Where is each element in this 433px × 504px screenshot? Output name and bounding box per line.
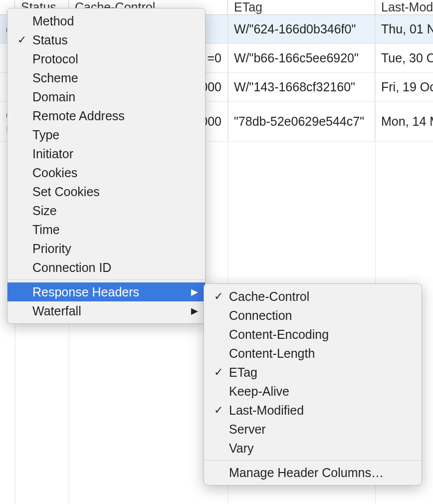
cell-lastmod: Tue, 30 O [375, 44, 433, 72]
cell-etag: "78db-52e0629e544c7" [228, 102, 375, 141]
col-header-etag[interactable]: ETag [228, 0, 375, 15]
cell-etag: W/"624-166d0b346f0" [228, 15, 375, 43]
cell-lastmod: Mon, 14 M [375, 102, 433, 141]
menu-item-type[interactable]: Type [7, 125, 205, 144]
menu-item-label: Size [32, 204, 198, 218]
menu-item-label: Type [32, 128, 198, 142]
menu-item-cookies[interactable]: Cookies [7, 163, 205, 182]
menu-item-keep-alive[interactable]: Keep-Alive [204, 382, 422, 401]
menu-item-label: Domain [32, 90, 198, 104]
menu-item-label: Server [229, 422, 415, 437]
menu-item-time[interactable]: Time [7, 220, 205, 239]
menu-item-label: Set Cookies [32, 185, 198, 199]
menu-item-label: Priority [32, 242, 198, 256]
menu-item-vary[interactable]: Vary [204, 439, 422, 458]
cell-etag: W/"b66-166c5ee6920" [228, 44, 375, 72]
menu-item-connection-id[interactable]: Connection ID [7, 258, 205, 277]
menu-separator [204, 460, 422, 461]
menu-item-label: Cookies [32, 166, 198, 180]
chevron-right-icon: ▶ [191, 286, 198, 297]
menu-item-status[interactable]: ✓Status [7, 30, 205, 49]
menu-item-connection[interactable]: Connection [204, 306, 422, 325]
menu-item-label: Status [32, 33, 198, 47]
cell-etag: W/"143-1668cf32160" [228, 73, 375, 101]
menu-item-label: Method [32, 14, 198, 28]
menu-item-remote-address[interactable]: Remote Address [7, 106, 205, 125]
menu-item-cache-control[interactable]: ✓Cache-Control [204, 287, 422, 306]
menu-item-label: Remote Address [32, 109, 198, 123]
cell-lastmod: Thu, 01 N [375, 15, 433, 43]
menu-item-manage-header-columns[interactable]: Manage Header Columns… [204, 463, 422, 482]
menu-item-label: Connection ID [32, 260, 198, 275]
menu-item-protocol[interactable]: Protocol [7, 49, 205, 68]
menu-item-label: Content-Encoding [229, 327, 415, 342]
menu-item-label: Manage Header Columns… [229, 466, 415, 480]
menu-item-response-headers[interactable]: Response Headers▶ [7, 282, 205, 301]
menu-item-set-cookies[interactable]: Set Cookies [7, 182, 205, 201]
menu-item-content-encoding[interactable]: Content-Encoding [204, 325, 422, 344]
menu-item-label: Response Headers [32, 285, 191, 299]
check-icon: ✓ [214, 291, 229, 302]
menu-item-label: Last-Modified [229, 403, 415, 418]
check-icon: ✓ [214, 405, 229, 416]
menu-item-label: Vary [229, 441, 415, 456]
menu-separator [7, 279, 205, 280]
menu-item-label: Cache-Control [229, 289, 415, 304]
menu-item-label: Waterfall [32, 304, 191, 318]
check-icon: ✓ [17, 34, 32, 45]
menu-item-waterfall[interactable]: Waterfall▶ [7, 301, 205, 320]
menu-item-label: Content-Length [229, 346, 415, 361]
menu-item-label: Initiator [32, 147, 198, 161]
menu-item-content-length[interactable]: Content-Length [204, 344, 422, 363]
menu-item-label: Protocol [32, 52, 198, 66]
menu-item-etag[interactable]: ✓ETag [204, 363, 422, 382]
menu-item-method[interactable]: Method [7, 11, 205, 30]
check-icon: ✓ [214, 367, 229, 378]
menu-item-last-modified[interactable]: ✓Last-Modified [204, 401, 422, 420]
menu-item-priority[interactable]: Priority [7, 239, 205, 258]
menu-item-label: ETag [229, 365, 415, 380]
menu-item-server[interactable]: Server [204, 420, 422, 439]
menu-item-label: Scheme [32, 71, 198, 85]
menu-item-size[interactable]: Size [7, 201, 205, 220]
menu-item-label: Time [32, 223, 198, 237]
context-menu-columns: Method✓StatusProtocolSchemeDomainRemote … [7, 8, 206, 324]
menu-item-label: Keep-Alive [229, 384, 415, 399]
menu-item-initiator[interactable]: Initiator [7, 144, 205, 163]
cell-lastmod: Fri, 19 Oc [375, 73, 433, 101]
menu-item-domain[interactable]: Domain [7, 87, 205, 106]
menu-item-scheme[interactable]: Scheme [7, 68, 205, 87]
menu-item-label: Connection [229, 308, 415, 323]
chevron-right-icon: ▶ [191, 305, 198, 316]
col-header-lastmod[interactable]: Last-Mod [375, 0, 433, 15]
submenu-response-headers: ✓Cache-ControlConnectionContent-Encoding… [204, 283, 422, 486]
